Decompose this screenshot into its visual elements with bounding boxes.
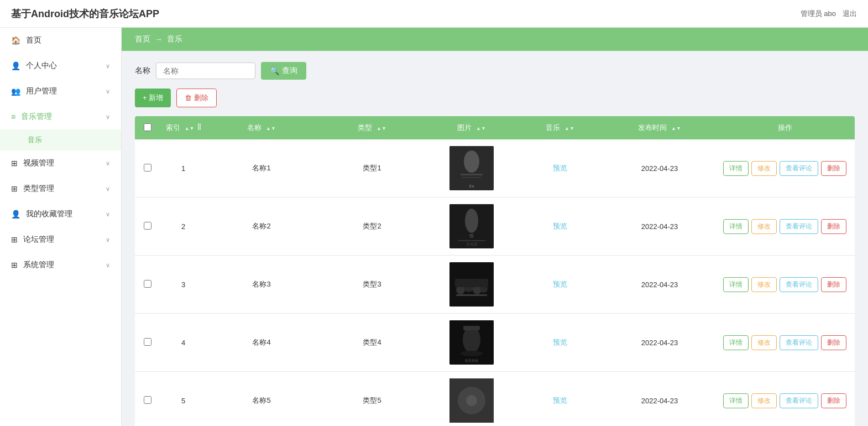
edit-button-3[interactable]: 修改: [751, 277, 777, 292]
svg-rect-2: [461, 174, 483, 175]
sort-name-icon[interactable]: ▲▼: [266, 126, 276, 131]
sidebar-item-forum-mgmt[interactable]: ⊞ 论坛管理 ∨: [0, 227, 121, 252]
table-row: 1 名称1 类型1 Ea: [135, 139, 855, 198]
svg-point-6: [465, 209, 478, 233]
comments-button-5[interactable]: 查看评论: [780, 393, 818, 408]
comments-button-1[interactable]: 查看评论: [780, 161, 818, 176]
music-preview-link-5[interactable]: 预览: [553, 396, 567, 404]
table-body: 1 名称1 类型1 Ea: [135, 139, 855, 426]
add-button-label: + 新增: [143, 93, 163, 103]
add-button[interactable]: + 新增: [135, 89, 171, 107]
sort-index-icon[interactable]: ▲▼: [185, 126, 195, 131]
sidebar-item-home[interactable]: 🏠 首页: [0, 28, 121, 53]
logout-button[interactable]: 退出: [843, 9, 857, 19]
detail-button-1[interactable]: 详情: [723, 161, 749, 176]
delete-row-button-4[interactable]: 删除: [821, 335, 846, 350]
cell-time-5: 2022-04-23: [604, 372, 715, 427]
music-preview-link-3[interactable]: 预览: [553, 280, 567, 288]
select-all-checkbox[interactable]: [144, 123, 151, 131]
sort-music-icon[interactable]: ▲▼: [564, 126, 574, 131]
album-art-svg-3: [449, 262, 494, 306]
table-header: 索引 ▲▼ 名称 ▲▼ 类型 ▲▼ 图片: [135, 116, 855, 139]
breadcrumb-home[interactable]: 首页: [135, 34, 150, 44]
col-name: 名称 ▲▼: [206, 116, 317, 139]
table-row: 4 名称4 类型4 暗黑风格: [135, 314, 855, 372]
delete-row-button-1[interactable]: 删除: [821, 161, 846, 176]
cell-actions-1: 详情 修改 查看评论 删除: [715, 139, 855, 198]
music-preview-link-4[interactable]: 预览: [553, 338, 567, 346]
content-area: 首页 → 音乐 名称 🔍 查询 + 新增 🗑 删除: [122, 28, 868, 426]
row-actions-5: 详情 修改 查看评论 删除: [720, 393, 849, 408]
search-button[interactable]: 🔍 查询: [261, 62, 306, 80]
search-icon: 🔍: [270, 66, 279, 75]
row-checkbox-3[interactable]: [144, 280, 151, 288]
detail-button-4[interactable]: 详情: [723, 335, 749, 350]
cell-index-4: 4: [160, 314, 206, 372]
comments-button-2[interactable]: 查看评论: [780, 219, 818, 234]
delete-button-label: 🗑 删除: [185, 93, 208, 103]
chevron-down-icon-5: ∨: [106, 185, 110, 193]
svg-point-18: [463, 326, 480, 353]
sidebar-item-video-mgmt[interactable]: ⊞ 视频管理 ∨: [0, 150, 121, 176]
sidebar-item-music-mgmt[interactable]: ≡ 音乐管理 ∨: [0, 104, 121, 129]
delete-row-button-2[interactable]: 删除: [821, 219, 846, 234]
svg-text:悟: 悟: [469, 233, 474, 238]
edit-button-2[interactable]: 修改: [751, 219, 777, 234]
sort-image-icon[interactable]: ▲▼: [476, 126, 486, 131]
row-actions-1: 详情 修改 查看评论 删除: [720, 161, 849, 176]
album-art-4: 暗黑风格: [449, 320, 494, 365]
edit-button-1[interactable]: 修改: [751, 161, 777, 176]
cell-music-2: 预览: [516, 198, 604, 256]
cell-checkbox-3: [135, 256, 160, 314]
sidebar-item-collect-mgmt[interactable]: 👤 我的收藏管理 ∨: [0, 201, 121, 227]
row-checkbox-5[interactable]: [144, 396, 151, 404]
delete-row-button-3[interactable]: 删除: [821, 277, 846, 292]
search-bar: 名称 🔍 查询: [135, 62, 855, 80]
edit-button-5[interactable]: 修改: [751, 393, 777, 408]
search-input[interactable]: [156, 63, 255, 79]
row-checkbox-1[interactable]: [144, 164, 151, 172]
breadcrumb: 首页 → 音乐: [122, 28, 868, 51]
row-checkbox-2[interactable]: [144, 222, 151, 230]
top-header: 基于Android技术的音乐论坛APP 管理员 abo 退出: [0, 0, 868, 28]
cell-actions-2: 详情 修改 查看评论 删除: [715, 198, 855, 256]
svg-text:暗黑风格: 暗黑风格: [465, 359, 478, 362]
resize-index-handle[interactable]: [198, 123, 201, 130]
sidebar-item-type-mgmt[interactable]: ⊞ 类型管理 ∨: [0, 176, 121, 201]
sort-type-icon[interactable]: ▲▼: [377, 126, 386, 131]
cell-name-5: 名称5: [206, 372, 317, 427]
cell-music-1: 预览: [516, 139, 604, 198]
edit-button-4[interactable]: 修改: [751, 335, 777, 350]
cell-index-3: 3: [160, 256, 206, 314]
home-icon: 🏠: [11, 36, 20, 45]
breadcrumb-current: 音乐: [167, 34, 182, 44]
col-music: 音乐 ▲▼: [516, 116, 604, 139]
col-publish-time: 发布时间 ▲▼: [604, 116, 715, 139]
row-checkbox-4[interactable]: [144, 338, 151, 346]
cell-type-4: 类型4: [317, 314, 427, 372]
comments-button-4[interactable]: 查看评论: [780, 335, 818, 350]
sidebar-sub-item-music[interactable]: 音乐: [0, 129, 121, 150]
col-actions: 操作: [715, 116, 855, 139]
cell-image-2: 悟 方大天: [427, 198, 516, 256]
sort-time-icon[interactable]: ▲▼: [671, 126, 681, 131]
data-table: 索引 ▲▼ 名称 ▲▼ 类型 ▲▼ 图片: [135, 116, 855, 426]
cell-type-1: 类型1: [317, 139, 427, 198]
detail-button-2[interactable]: 详情: [723, 219, 749, 234]
comments-button-3[interactable]: 查看评论: [780, 277, 818, 292]
music-preview-link-2[interactable]: 预览: [553, 222, 567, 230]
cell-music-5: 预览: [516, 372, 604, 427]
music-preview-link-1[interactable]: 预览: [553, 164, 567, 172]
detail-button-3[interactable]: 详情: [723, 277, 749, 292]
sidebar-item-system-mgmt[interactable]: ⊞ 系统管理 ∨: [0, 252, 121, 278]
delete-row-button-5[interactable]: 删除: [821, 393, 846, 408]
sidebar-item-user-mgmt[interactable]: 👥 用户管理 ∨: [0, 79, 121, 104]
cell-type-2: 类型2: [317, 198, 427, 256]
sidebar-item-profile[interactable]: 👤 个人中心 ∨: [0, 53, 121, 79]
sidebar-label-video-mgmt: 视频管理: [23, 158, 54, 168]
album-art-5: [449, 378, 494, 423]
svg-rect-16: [456, 294, 487, 296]
cell-index-1: 1: [160, 139, 206, 198]
batch-delete-button[interactable]: 🗑 删除: [176, 89, 217, 107]
detail-button-5[interactable]: 详情: [723, 393, 749, 408]
